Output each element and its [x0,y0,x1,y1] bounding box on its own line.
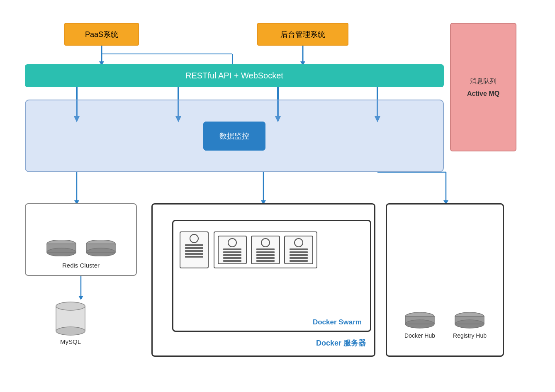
server-line [223,257,241,259]
hubs-row: Docker Hub Registry Hub [403,312,487,339]
mysql-label: MySQL [60,338,81,345]
data-monitor: 数据监控 [203,122,265,151]
server-lines-3 [256,248,275,262]
server-icons-row [178,229,319,270]
server-line [290,260,308,262]
docker-hub-group: Docker Hub [403,312,436,339]
redis-label: Redis Cluster [62,262,100,269]
backend-box: 后台管理系统 [257,23,348,46]
paas-label: PaaS系统 [85,29,118,39]
server-line [256,248,275,250]
server-line [185,256,203,258]
docker-swarm-label: Docker Swarm [313,318,362,326]
backend-label: 后台管理系统 [280,29,325,39]
server-line [256,260,275,262]
server-lines-2 [223,248,241,262]
server-circle-4 [294,238,303,247]
server-line [185,253,203,255]
server-line [256,251,275,253]
redis-disks [45,240,117,256]
paas-box: PaaS系统 [64,23,139,46]
server-line [223,254,241,256]
redis-disk-2 [84,240,117,256]
server-circle-3 [261,238,270,247]
api-label: RESTful API + WebSocket [185,71,283,80]
docker-server-label: Docker 服务器 [316,338,366,348]
server-line [223,248,241,250]
mysql-box: MySQL [50,299,91,345]
server-circle-1 [190,234,199,243]
mq-title: 消息队列 [470,77,497,86]
docker-swarm-box: Docker Swarm [172,220,371,332]
mq-subtitle: Active MQ [467,90,499,97]
server-line [290,251,308,253]
server-line [290,248,308,250]
server-line [185,250,203,252]
server-line [290,254,308,256]
message-queue-box: 消息队列 Active MQ [450,23,516,151]
services-container: 容器服务 集群服务 镜像服务 数据监控 [25,100,444,172]
service-row: 容器服务 集群服务 镜像服务 数据监控 [26,100,443,171]
server-line [256,257,275,259]
server-icon-1 [180,231,209,268]
server-lines-1 [185,244,203,258]
mysql-cylinder [50,299,91,336]
server-circle-2 [228,238,237,247]
svg-point-33 [56,327,85,335]
svg-point-32 [56,302,85,310]
server-line [185,244,203,246]
server-line [223,251,241,253]
server-line [223,260,241,262]
registry-hub-label: Registry Hub [453,332,487,339]
server-line [256,254,275,256]
registry-box: Docker Hub Registry Hub [386,203,504,357]
docker-hub-label: Docker Hub [404,332,435,339]
docker-hub-disk [403,312,436,329]
data-monitor-label: 数据监控 [219,131,249,141]
registry-hub-disk [453,312,486,329]
swarm-server-group [214,231,317,268]
server-line [185,247,203,249]
architecture-diagram: PaaS系统 后台管理系统 消息队列 Active MQ RESTful API… [0,0,555,392]
redis-box: Redis Cluster [25,203,137,276]
server-icon-3 [251,236,280,264]
server-icon-4 [284,236,313,264]
server-icon-2 [218,236,247,264]
registry-hub-group: Registry Hub [453,312,487,339]
redis-disk-1 [45,240,78,256]
api-bar: RESTful API + WebSocket [25,64,444,87]
server-lines-4 [290,248,308,262]
server-line [290,257,308,259]
